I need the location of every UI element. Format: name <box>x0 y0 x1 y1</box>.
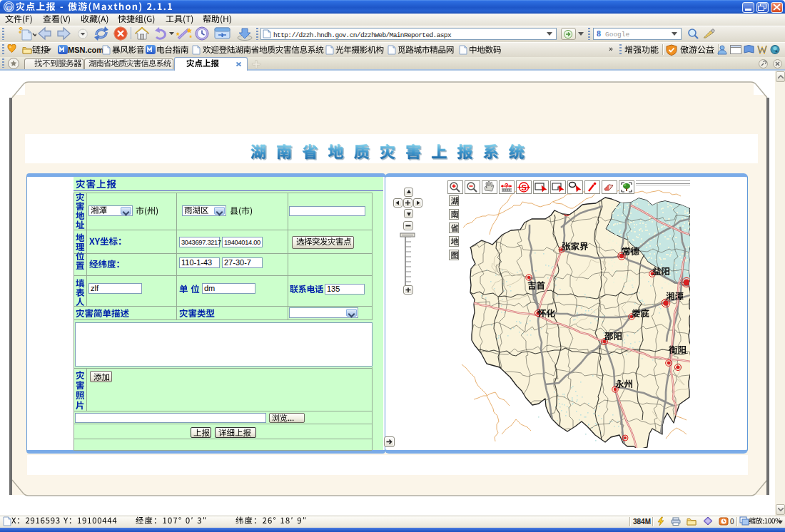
svg-text:S: S <box>522 183 527 192</box>
svg-text:?: ? <box>505 182 509 189</box>
svg-text:m: m <box>6 4 11 11</box>
